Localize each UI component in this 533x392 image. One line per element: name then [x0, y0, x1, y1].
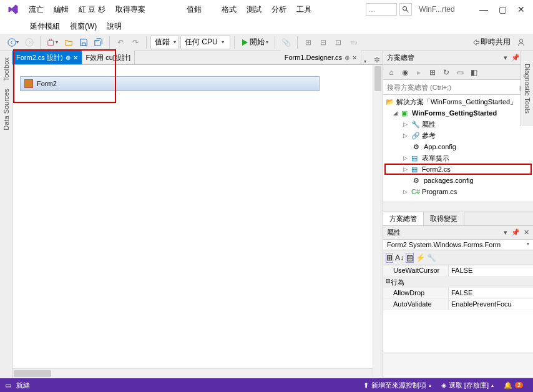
open-button[interactable] [62, 36, 76, 49]
horizontal-scrollbar[interactable] [12, 368, 373, 378]
tab-overflow-button[interactable]: ▾ [361, 59, 369, 64]
menu-analyze[interactable]: 分析 [266, 2, 291, 17]
vertical-scrollbar[interactable] [373, 65, 383, 378]
undo-button[interactable]: ↶ [114, 36, 127, 49]
tb-icon-3[interactable]: ⊟ [316, 36, 330, 49]
data-sources-tab[interactable]: Data Sources [1, 85, 11, 134]
expand-icon[interactable]: ◢ [393, 110, 399, 116]
solution-tree[interactable]: 📂解決方案「WinForms_GettingStarted」 ◢▣WinForm… [383, 95, 533, 202]
packages-node[interactable]: packages.config [424, 177, 474, 184]
home-icon[interactable]: ⌂ [386, 67, 397, 78]
menu-debug[interactable]: 值錯 [182, 2, 207, 17]
status-select-repo[interactable]: ◈選取 [存放庫]▴ [436, 381, 499, 390]
property-grid[interactable]: UseWaitCursorFALSE ⊟ 行為 AllowDropFALSE A… [383, 265, 533, 353]
start-debug-button[interactable]: 開始▾ [238, 36, 271, 49]
form-designer-surface[interactable]: Form2 [12, 65, 383, 378]
prop-usewaitcursor[interactable]: UseWaitCursor [383, 265, 449, 276]
tb-icon-4[interactable]: ⊡ [331, 36, 345, 49]
close-icon[interactable]: ✕ [352, 54, 357, 61]
status-add-to-source-control[interactable]: ⬆新增至來源控制項▴ [358, 381, 436, 390]
toolbox-tab[interactable]: Toolbox [1, 54, 11, 85]
solution-search-input[interactable] [383, 81, 517, 94]
prop-usewaitcursor-value[interactable]: FALSE [449, 265, 533, 276]
categorized-icon[interactable]: ⊞ [386, 253, 393, 263]
prop-allowdrop[interactable]: AllowDrop [383, 288, 449, 298]
form2-node[interactable]: Form2.cs [422, 165, 451, 173]
sync-icon[interactable]: ▸ [413, 67, 424, 78]
program-node[interactable]: Program.cs [422, 188, 457, 195]
menu-file[interactable]: 流亡 [24, 2, 49, 17]
collapse-icon[interactable]: ◉ [399, 67, 411, 78]
properties-object-combo[interactable]: Form2 System.Windows.Forms.Form ▾ [383, 240, 533, 250]
alphabetical-icon[interactable]: A↓ [395, 253, 404, 262]
menu-test[interactable]: 測試 [242, 2, 266, 17]
tb-icon-2[interactable]: ⊞ [301, 36, 315, 49]
prop-category-behavior[interactable]: 行為 [391, 278, 404, 286]
tab-designer-cs[interactable]: Form1.Designer.cs⊕✕ [281, 51, 361, 64]
prop-pages-icon[interactable]: 🔧 [427, 253, 436, 262]
quick-launch-input[interactable]: ... [366, 3, 397, 16]
references-node[interactable]: 參考 [422, 131, 436, 140]
tree-scrollbar[interactable] [383, 202, 533, 212]
pin-icon[interactable]: ⊕ [345, 54, 350, 61]
nav-back-button[interactable]: ▾ [5, 36, 21, 49]
panel-menu-icon[interactable]: ▾ [504, 54, 507, 62]
menu-window[interactable]: 視窗(W) [65, 20, 102, 33]
solution-config-combo[interactable]: 值錯▾ [150, 36, 179, 49]
appconfig-node[interactable]: App.config [424, 143, 456, 150]
tab-settings-icon[interactable]: ✲ [374, 56, 380, 64]
prop-autovalidate-value[interactable]: EnablePreventFocu [449, 299, 533, 310]
preview-icon[interactable]: ◧ [468, 67, 479, 78]
panel-pin-icon[interactable]: 📌 [511, 54, 520, 62]
menu-help[interactable]: 說明 [102, 20, 127, 33]
minimize-button[interactable]: — [474, 2, 493, 16]
tb-icon-5[interactable]: ▭ [346, 36, 360, 49]
menu-edit[interactable]: 編輯 [49, 2, 74, 17]
properties-node[interactable]: 屬性 [422, 120, 436, 129]
pin-icon[interactable]: ⊕ [66, 54, 71, 61]
panel-pin-icon[interactable]: 📌 [511, 228, 520, 237]
show-all-icon[interactable]: ⊞ [427, 67, 438, 78]
diagnostic-tools-tab[interactable]: Diagnostic Tools [521, 51, 533, 126]
menu-redwood[interactable]: 紅 豆 杉 [74, 2, 110, 17]
menu-getproj[interactable]: 取得專案 [110, 2, 150, 17]
maximize-button[interactable]: ▢ [493, 2, 512, 16]
form2-window[interactable]: Form2 [20, 76, 320, 91]
expand-icon[interactable]: ▷ [403, 189, 409, 195]
events-icon[interactable]: ⚡ [416, 253, 425, 262]
tb-icon-1[interactable]: 📎 [279, 36, 293, 49]
save-button[interactable] [77, 36, 90, 49]
solution-platform-combo[interactable]: 任何 CPU▾ [180, 36, 230, 49]
formhint-node[interactable]: 表單提示 [422, 154, 449, 163]
prop-autovalidate[interactable]: AutoValidate [383, 299, 449, 310]
panel-menu-icon[interactable]: ▾ [504, 228, 507, 237]
feedback-button[interactable] [514, 36, 528, 49]
tab-solution-explorer[interactable]: 方案總管 [383, 212, 424, 225]
status-notifications[interactable]: 🔔2 [499, 381, 528, 390]
redo-button[interactable]: ↷ [129, 36, 142, 49]
close-button[interactable]: ✕ [512, 2, 531, 16]
props-page-icon[interactable]: ▤ [406, 253, 414, 263]
panel-close-icon[interactable]: ✕ [524, 228, 529, 237]
tab-form2-design[interactable]: Form2.cs 設計)⊕✕ [12, 51, 82, 64]
expand-icon[interactable]: ▷ [403, 121, 409, 127]
nav-fwd-button[interactable] [22, 36, 36, 49]
live-share-button[interactable]: 即時共用 [469, 36, 513, 49]
save-all-button[interactable] [92, 36, 105, 49]
search-button[interactable] [399, 3, 412, 16]
project-node[interactable]: WinForms_GettingStarted [412, 109, 497, 117]
expand-icon[interactable]: ▷ [403, 155, 409, 161]
tab-second[interactable]: F效用 cu[設計] [82, 51, 135, 64]
new-project-button[interactable]: ▾ [44, 36, 61, 49]
tab-get-changes[interactable]: 取得變更 [424, 212, 464, 225]
prop-icon[interactable]: ▭ [454, 67, 466, 78]
refresh-icon[interactable]: ↻ [441, 67, 452, 78]
solution-node[interactable]: 解決方案「WinForms_GettingStarted」 [396, 97, 517, 107]
menu-extensions[interactable]: 延伸模組 [25, 20, 65, 33]
prop-allowdrop-value[interactable]: FALSE [449, 288, 533, 298]
expand-icon[interactable]: ▷ [403, 166, 409, 172]
expand-icon[interactable]: ▷ [403, 132, 409, 139]
close-icon[interactable]: ✕ [73, 54, 78, 61]
menu-format[interactable]: 格式 [217, 2, 242, 17]
menu-tools[interactable]: 工具 [291, 2, 316, 17]
